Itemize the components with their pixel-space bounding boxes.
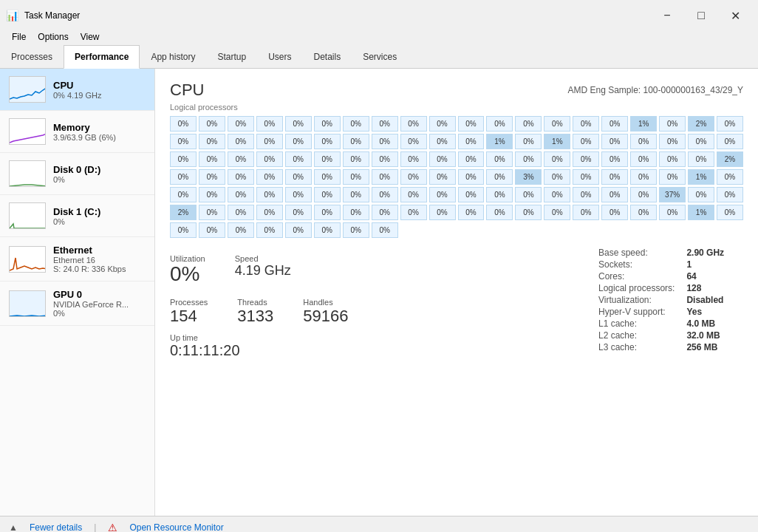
cpu-cell: 0%: [170, 187, 197, 202]
tab-processes[interactable]: Processes: [0, 45, 64, 69]
cpu-info: CPU 0% 4.19 GHz: [53, 80, 146, 100]
cpu-cell: 1%: [486, 134, 513, 149]
disk1-label: Disk 1 (C:): [53, 206, 146, 217]
sidebar-item-ethernet[interactable]: Ethernet Ethernet 16 S: 24.0 R: 336 Kbps: [0, 237, 154, 282]
resource-monitor-icon: ⚠: [108, 522, 117, 533]
cpu-cell: 0%: [314, 134, 341, 149]
cpu-cell: 0%: [429, 116, 456, 132]
cpu-cell: 0%: [199, 205, 225, 220]
cpu-cell: 0%: [544, 187, 570, 202]
cpu-cell: 0%: [486, 205, 513, 220]
cpu-cell: 0%: [429, 134, 456, 149]
cpu-cell: 0%: [256, 205, 283, 220]
cpu-cell: 0%: [717, 116, 743, 132]
cpu-cell: 0%: [515, 134, 542, 149]
cpu-cell: 0%: [659, 169, 686, 185]
cpu-cell: 0%: [573, 116, 599, 132]
cpu-cell: 0%: [429, 169, 456, 185]
memory-thumbnail: [9, 118, 46, 145]
handles-group: Handles 59166: [303, 298, 348, 326]
cpu-cell: 0%: [659, 116, 686, 132]
spec-value: 32.0 MB: [683, 330, 727, 341]
app-icon: 📊: [6, 10, 18, 21]
svg-rect-3: [10, 203, 46, 229]
threads-label: Threads: [237, 298, 273, 307]
cpu-cell: 0%: [544, 151, 570, 167]
menu-file[interactable]: File: [6, 30, 32, 44]
cpu-cell: 0%: [199, 116, 225, 132]
secondary-stats: Processes 154 Threads 3133 Handles 59166: [170, 298, 581, 326]
sidebar: CPU 0% 4.19 GHz Memory 3.9/63.9 GB (6%): [0, 69, 155, 516]
cpu-cell: 0%: [458, 169, 485, 185]
minimize-button[interactable]: −: [650, 4, 684, 27]
tab-users[interactable]: Users: [257, 45, 302, 69]
cpu-cell: 0%: [458, 187, 485, 202]
tab-details[interactable]: Details: [302, 45, 352, 69]
cpu-cell: 0%: [285, 205, 312, 220]
tab-performance[interactable]: Performance: [64, 45, 140, 69]
cpu-cell: 0%: [170, 222, 197, 238]
spec-logical: Logical processors: 128: [595, 282, 727, 294]
maximize-button[interactable]: □: [684, 4, 718, 27]
detail-specs: Base speed: 2.90 GHz Sockets: 1 Cores: 6…: [595, 247, 743, 366]
ethernet-sub2: S: 24.0 R: 336 Kbps: [53, 265, 146, 273]
handles-label: Handles: [303, 298, 348, 307]
resource-monitor-link[interactable]: Open Resource Monitor: [129, 522, 223, 533]
tab-services[interactable]: Services: [352, 45, 408, 69]
cpu-cell: 0%: [458, 116, 485, 132]
cpu-cell: 0%: [429, 205, 456, 220]
cpu-cell: 0%: [199, 151, 225, 167]
sidebar-item-disk1[interactable]: Disk 1 (C:) 0%: [0, 195, 154, 237]
tab-apphistory[interactable]: App history: [140, 45, 206, 69]
spec-label: Base speed:: [595, 247, 683, 259]
detail-model: AMD Eng Sample: 100-000000163_43/29_Y: [567, 81, 743, 95]
cpu-cell: 0%: [314, 222, 341, 238]
cpu-cell: 0%: [573, 169, 599, 185]
cpu-cell: 0%: [256, 134, 283, 149]
tab-startup[interactable]: Startup: [206, 45, 257, 69]
speed-group: Speed 4.19 GHz: [235, 254, 291, 286]
cpu-label: CPU: [53, 80, 146, 91]
sidebar-item-gpu0[interactable]: GPU 0 NVIDIA GeForce R... 0%: [0, 282, 154, 326]
sidebar-item-memory[interactable]: Memory 3.9/63.9 GB (6%): [0, 111, 154, 153]
cpu-cell: 0%: [601, 169, 628, 185]
menu-options[interactable]: Options: [32, 30, 74, 44]
spec-base-speed: Base speed: 2.90 GHz: [595, 247, 727, 259]
cpu-cell: 0%: [343, 151, 369, 167]
sidebar-item-disk0[interactable]: Disk 0 (D:) 0%: [0, 153, 154, 195]
cpu-cell: 0%: [515, 205, 542, 220]
memory-info: Memory 3.9/63.9 GB (6%): [53, 122, 146, 142]
cpu-sub: 0% 4.19 GHz: [53, 91, 146, 100]
cpu-thumbnail: [9, 76, 46, 103]
disk0-label: Disk 0 (D:): [53, 164, 146, 175]
disk0-sub: 0%: [53, 175, 146, 184]
close-button[interactable]: ✕: [718, 4, 752, 27]
cpu-cell: 0%: [486, 169, 513, 185]
detail-header: CPU AMD Eng Sample: 100-000000163_43/29_…: [170, 81, 743, 100]
cpu-cell: 0%: [573, 151, 599, 167]
cpu-cell: 0%: [170, 134, 197, 149]
cpu-cell: 0%: [343, 187, 369, 202]
cpu-cell: 0%: [372, 116, 398, 132]
cpu-cell: 0%: [544, 205, 570, 220]
cpu-cell: 1%: [544, 134, 570, 149]
spec-label: L2 cache:: [595, 330, 683, 341]
spec-cores: Cores: 64: [595, 270, 727, 282]
cpu-cell: 0%: [515, 116, 542, 132]
menu-view[interactable]: View: [75, 30, 106, 44]
cpu-cell: 2%: [170, 205, 197, 220]
cpu-cell: 0%: [717, 205, 743, 220]
processes-group: Processes 154: [170, 298, 208, 326]
speed-label: Speed: [235, 254, 291, 263]
cpu-cell: 0%: [228, 169, 254, 185]
spec-l3: L3 cache: 256 MB: [595, 341, 727, 353]
disk1-thumbnail: [9, 202, 46, 229]
cpu-cell: 0%: [314, 169, 341, 185]
svg-rect-5: [10, 291, 46, 317]
sidebar-item-cpu[interactable]: CPU 0% 4.19 GHz: [0, 69, 154, 111]
cpu-cell: 0%: [400, 169, 427, 185]
disk1-sub: 0%: [53, 217, 146, 226]
cpu-cell: 0%: [256, 169, 283, 185]
gpu0-label: GPU 0: [53, 289, 146, 300]
fewer-details-link[interactable]: Fewer details: [30, 522, 82, 533]
